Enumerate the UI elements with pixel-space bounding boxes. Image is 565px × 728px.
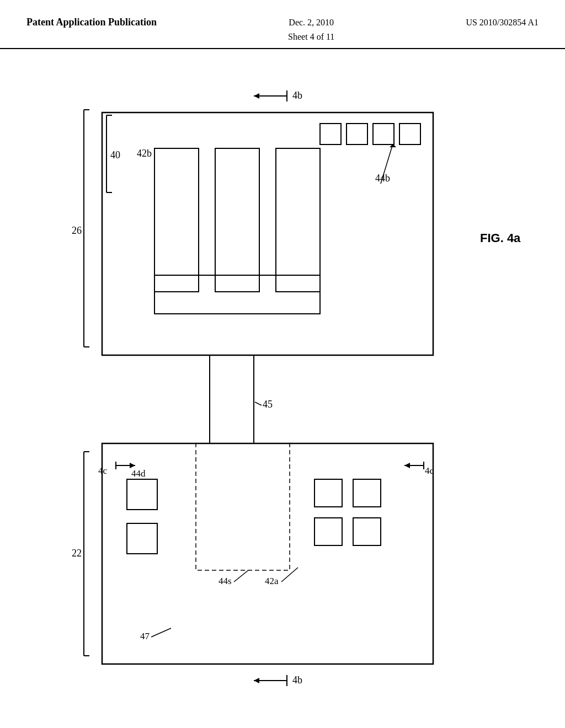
label-44s: 44s	[218, 576, 232, 586]
svg-rect-17	[399, 124, 420, 144]
header-center: Dec. 2, 2010 Sheet 4 of 11	[288, 15, 334, 44]
label-45: 45	[263, 399, 273, 410]
svg-rect-10	[154, 148, 199, 292]
patent-number: US 2010/302854 A1	[466, 15, 539, 30]
diagram-area: 4b FIG. 4a 26 40 42b 44b	[0, 49, 565, 728]
svg-line-41	[151, 628, 171, 637]
label-22: 22	[72, 548, 82, 559]
svg-rect-34	[127, 523, 157, 554]
label-26: 26	[72, 225, 82, 236]
svg-marker-1	[254, 93, 259, 99]
svg-rect-37	[315, 518, 342, 545]
sheet-info: Sheet 4 of 11	[288, 32, 334, 41]
patent-diagram: 4b FIG. 4a 26 40 42b 44b	[0, 49, 565, 728]
svg-rect-15	[347, 124, 367, 144]
svg-line-40	[281, 568, 298, 582]
publication-date: Dec. 2, 2010	[289, 18, 334, 27]
svg-marker-31	[404, 463, 410, 468]
svg-rect-16	[373, 124, 394, 144]
page-header: Patent Application Publication Dec. 2, 2…	[0, 0, 565, 49]
label-4c-right: 4c	[425, 465, 434, 476]
svg-rect-20	[210, 355, 254, 443]
figure-label: FIG. 4a	[480, 231, 521, 245]
svg-marker-43	[254, 678, 259, 683]
svg-line-21	[255, 402, 262, 405]
svg-rect-14	[320, 124, 341, 144]
label-4b-bottom: 4b	[292, 675, 302, 686]
label-4b-top: 4b	[292, 90, 302, 101]
svg-rect-38	[353, 518, 381, 545]
svg-rect-12	[276, 148, 320, 292]
label-4c-left: 4c	[98, 465, 108, 476]
svg-rect-36	[353, 479, 381, 507]
svg-rect-35	[315, 479, 342, 507]
svg-line-39	[234, 570, 248, 582]
label-44d: 44d	[131, 468, 146, 479]
svg-rect-33	[127, 479, 157, 510]
svg-rect-13	[154, 275, 320, 314]
svg-marker-28	[130, 463, 135, 468]
svg-rect-6	[102, 113, 433, 355]
svg-rect-26	[196, 443, 290, 570]
label-42b: 42b	[137, 148, 152, 159]
publication-title: Patent Application Publication	[26, 15, 157, 29]
svg-rect-11	[215, 148, 259, 292]
label-40: 40	[110, 149, 120, 160]
label-47: 47	[140, 631, 150, 641]
label-42a: 42a	[265, 576, 279, 586]
